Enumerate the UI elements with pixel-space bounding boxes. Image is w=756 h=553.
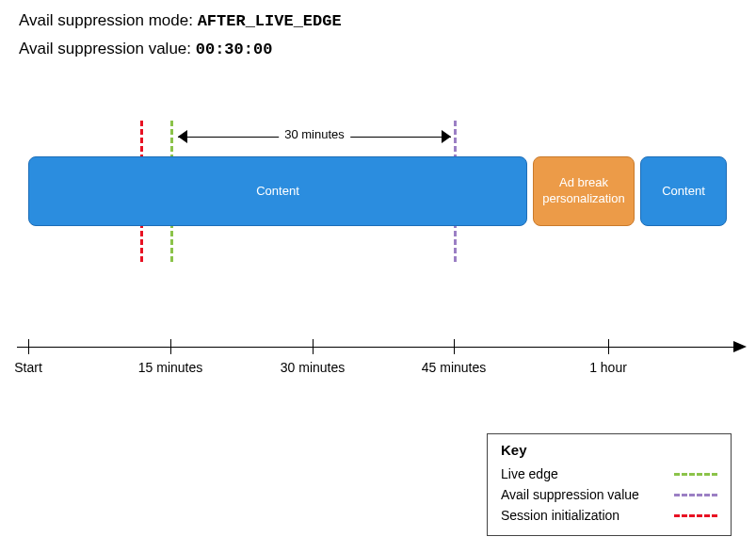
timeline-diagram: 30 minutes Content Ad break personalizat… bbox=[0, 83, 756, 366]
value-value: 00:30:00 bbox=[196, 41, 273, 58]
tick-start: Start bbox=[14, 360, 42, 375]
value-label: Avail suppression value: bbox=[19, 40, 196, 57]
legend-row-live: Live edge bbox=[501, 464, 717, 484]
tick-45: 45 minutes bbox=[422, 360, 486, 375]
mode-value: AFTER_LIVE_EDGE bbox=[198, 12, 342, 30]
legend-session-label: Session initialization bbox=[501, 508, 619, 523]
mode-row: Avail suppression mode: AFTER_LIVE_EDGE bbox=[19, 11, 737, 30]
duration-span-arrow: 30 minutes bbox=[178, 130, 451, 145]
header-config: Avail suppression mode: AFTER_LIVE_EDGE … bbox=[0, 0, 756, 79]
axis-arrowhead bbox=[733, 341, 747, 352]
ad-break-block: Ad break personalization bbox=[533, 156, 635, 226]
content-block-1: Content bbox=[28, 156, 527, 226]
legend-box: Key Live edge Avail suppression value Se… bbox=[487, 433, 732, 536]
legend-avail-label: Avail suppression value bbox=[501, 487, 639, 502]
tick-60: 1 hour bbox=[589, 360, 627, 375]
legend-avail-swatch bbox=[674, 494, 717, 496]
legend-live-swatch bbox=[674, 473, 717, 476]
duration-span-label: 30 minutes bbox=[279, 127, 350, 141]
tick-15: 15 minutes bbox=[138, 360, 202, 375]
tick-30: 30 minutes bbox=[281, 360, 345, 375]
legend-row-session: Session initialization bbox=[501, 505, 717, 526]
time-axis: Start 15 minutes 30 minutes 45 minutes 1… bbox=[17, 337, 747, 375]
legend-row-avail: Avail suppression value bbox=[501, 484, 717, 505]
content-track: Content Ad break personalization Content bbox=[28, 156, 730, 226]
legend-session-swatch bbox=[674, 514, 717, 517]
legend-title: Key bbox=[501, 442, 717, 458]
mode-label: Avail suppression mode: bbox=[19, 11, 198, 29]
content-block-2: Content bbox=[640, 156, 727, 226]
value-row: Avail suppression value: 00:30:00 bbox=[19, 40, 737, 58]
legend-live-label: Live edge bbox=[501, 466, 558, 481]
